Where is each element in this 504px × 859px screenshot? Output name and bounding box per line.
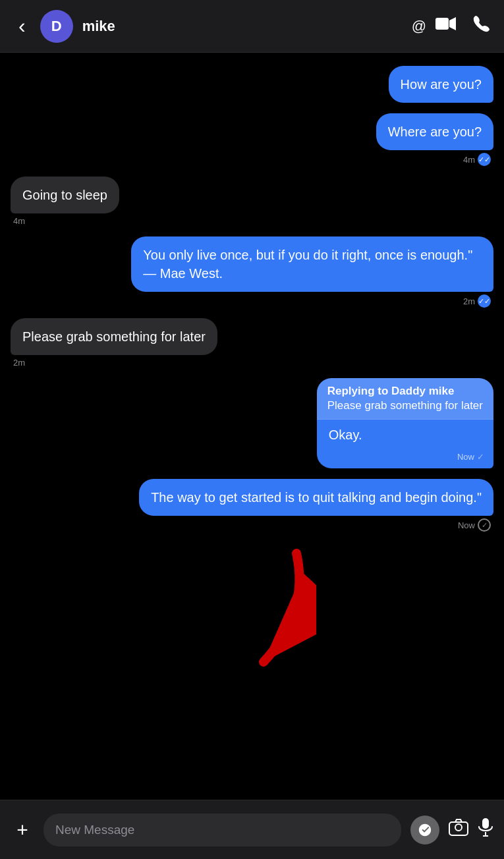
bubble-sent: How are you? [389, 66, 493, 103]
svg-point-3 [455, 824, 462, 831]
bottom-bar: + New Message [0, 800, 504, 859]
reply-meta: Now ✓ [317, 452, 493, 468]
bubble-sent: You only live once, but if you do it rig… [131, 236, 493, 292]
read-receipt: ✓ [478, 518, 491, 532]
svg-rect-0 [435, 18, 449, 30]
contact-name: mike [82, 18, 400, 35]
svg-marker-1 [449, 17, 456, 30]
reply-quote: Replying to Daddy mike Please grab somet… [317, 378, 493, 420]
bubble-received: Please grab something for later [11, 318, 217, 355]
camera-button[interactable] [449, 818, 468, 841]
message-row: Where are you? 4m ✓✓ [11, 113, 493, 166]
message-meta: 2m [11, 358, 25, 368]
input-placeholder: New Message [55, 823, 134, 837]
message-row: The way to get started is to quit talkin… [11, 479, 493, 532]
message-meta: 2m ✓✓ [463, 294, 493, 308]
message-row: How are you? [11, 66, 493, 103]
svg-rect-5 [482, 818, 489, 829]
reply-quoted-text: Please grab something for later [327, 399, 483, 412]
read-receipt: ✓✓ [478, 294, 491, 308]
chat-area: How are you? Where are you? 4m ✓✓ Going … [0, 53, 504, 800]
reply-message-text: Okay. [317, 420, 493, 452]
reply-author: Replying to Daddy mike [327, 385, 483, 398]
message-row: Going to sleep 4m [11, 177, 493, 226]
back-button[interactable]: ‹ [13, 11, 31, 41]
message-meta: 4m ✓✓ [463, 153, 493, 166]
phone-call-button[interactable] [472, 14, 491, 38]
message-row: You only live once, but if you do it rig… [11, 236, 493, 308]
avatar: D [40, 10, 73, 43]
video-call-button[interactable] [435, 16, 457, 36]
message-meta: Now ✓ [458, 518, 493, 532]
bubble-received: Going to sleep [11, 177, 119, 213]
message-input-field[interactable]: New Message [43, 814, 401, 846]
header-icons [435, 14, 491, 38]
reply-bubble: Replying to Daddy mike Please grab somet… [317, 378, 493, 468]
bubble-sent: The way to get started is to quit talkin… [139, 479, 493, 516]
read-receipt: ✓✓ [478, 153, 491, 166]
send-button[interactable] [410, 816, 439, 845]
mic-button[interactable] [478, 817, 493, 842]
message-row: Please grab something for later 2m [11, 318, 493, 368]
bubble-sent: Where are you? [376, 113, 493, 150]
at-icon[interactable]: @ [412, 18, 426, 35]
header: ‹ D mike @ [0, 0, 504, 53]
message-meta: 4m [11, 216, 25, 226]
read-receipt: ✓ [477, 452, 484, 462]
add-button[interactable]: + [11, 819, 34, 841]
message-row: Replying to Daddy mike Please grab somet… [11, 378, 493, 468]
